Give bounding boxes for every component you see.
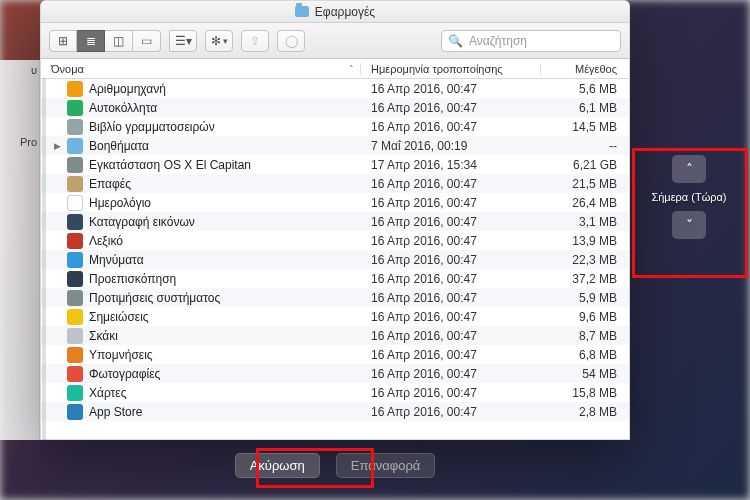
file-size: 5,6 MB — [541, 82, 629, 96]
file-size: 22,3 MB — [541, 253, 629, 267]
arrange-icon: ☰▾ — [175, 34, 192, 48]
file-name: Αριθμομηχανή — [89, 82, 166, 96]
table-row[interactable]: Λεξικό16 Απρ 2016, 00:4713,9 MB — [41, 231, 629, 250]
column-header-modified[interactable]: Ημερομηνία τροποποίησης — [361, 63, 541, 75]
table-row[interactable]: Επαφές16 Απρ 2016, 00:4721,5 MB — [41, 174, 629, 193]
app-icon — [67, 157, 83, 173]
file-name: Εγκατάσταση OS X El Capitan — [89, 158, 251, 172]
column-header-size[interactable]: Μέγεθος — [541, 63, 629, 75]
share-icon: ⇪ — [250, 34, 260, 48]
file-size: 6,1 MB — [541, 101, 629, 115]
scrollbar[interactable] — [42, 78, 46, 440]
app-icon — [67, 100, 83, 116]
file-modified: 16 Απρ 2016, 00:47 — [361, 386, 541, 400]
list-icon: ≣ — [86, 34, 96, 48]
file-modified: 16 Απρ 2016, 00:47 — [361, 405, 541, 419]
view-icon-button[interactable]: ⊞ — [49, 30, 77, 52]
table-row[interactable]: Μηνύματα16 Απρ 2016, 00:4722,3 MB — [41, 250, 629, 269]
table-row[interactable]: Αριθμομηχανή16 Απρ 2016, 00:475,6 MB — [41, 79, 629, 98]
window-title: Εφαρμογές — [315, 5, 375, 19]
app-icon — [67, 404, 83, 420]
window-titlebar[interactable]: Εφαρμογές — [41, 1, 629, 23]
column-header-modified-label: Ημερομηνία τροποποίησης — [371, 63, 503, 75]
app-icon — [67, 290, 83, 306]
sidebar-peek-text: υ — [31, 64, 37, 76]
file-size: 8,7 MB — [541, 329, 629, 343]
table-row[interactable]: Αυτοκόλλητα16 Απρ 2016, 00:476,1 MB — [41, 98, 629, 117]
sort-ascending-icon: ˄ — [349, 64, 354, 74]
app-icon — [67, 328, 83, 344]
file-name: Υπομνήσεις — [89, 348, 153, 362]
file-name: Χάρτες — [89, 386, 126, 400]
file-name: Βιβλίο γραμματοσειρών — [89, 120, 215, 134]
file-size: 37,2 MB — [541, 272, 629, 286]
chevron-up-icon: ˄ — [686, 161, 693, 177]
app-icon — [67, 176, 83, 192]
table-row[interactable]: Προεπισκόπηση16 Απρ 2016, 00:4737,2 MB — [41, 269, 629, 288]
column-header-name[interactable]: Όνομα ˄ — [41, 63, 361, 75]
bottom-bar: Ακύρωση Επαναφορά — [40, 440, 630, 490]
view-mode-group: ⊞ ≣ ◫ ▭ — [49, 30, 161, 52]
file-name: Μηνύματα — [89, 253, 144, 267]
table-row[interactable]: App Store16 Απρ 2016, 00:472,8 MB — [41, 402, 629, 421]
table-row[interactable]: Σκάκι16 Απρ 2016, 00:478,7 MB — [41, 326, 629, 345]
table-row[interactable]: Υπομνήσεις16 Απρ 2016, 00:476,8 MB — [41, 345, 629, 364]
view-columns-button[interactable]: ◫ — [105, 30, 133, 52]
search-input[interactable]: 🔍 Αναζήτηση — [441, 30, 621, 52]
restore-button[interactable]: Επαναφορά — [336, 453, 436, 478]
arrange-button[interactable]: ☰▾ — [169, 30, 197, 52]
cancel-button[interactable]: Ακύρωση — [235, 453, 320, 478]
file-modified: 16 Απρ 2016, 00:47 — [361, 196, 541, 210]
file-name: Προεπισκόπηση — [89, 272, 176, 286]
file-modified: 16 Απρ 2016, 00:47 — [361, 234, 541, 248]
file-modified: 16 Απρ 2016, 00:47 — [361, 329, 541, 343]
file-name: Επαφές — [89, 177, 131, 191]
file-name: Αυτοκόλλητα — [89, 101, 157, 115]
file-modified: 16 Απρ 2016, 00:47 — [361, 82, 541, 96]
file-modified: 16 Απρ 2016, 00:47 — [361, 101, 541, 115]
tags-button[interactable]: ◯ — [277, 30, 305, 52]
table-row[interactable]: Ημερολόγιο16 Απρ 2016, 00:4726,4 MB — [41, 193, 629, 212]
view-list-button[interactable]: ≣ — [77, 30, 105, 52]
cancel-button-label: Ακύρωση — [250, 458, 305, 473]
table-row[interactable]: Προτιμήσεις συστήματος16 Απρ 2016, 00:47… — [41, 288, 629, 307]
timeline-label: Σήμερα (Τώρα) — [651, 191, 726, 203]
table-row[interactable]: Σημειώσεις16 Απρ 2016, 00:479,6 MB — [41, 307, 629, 326]
timeline-up-button[interactable]: ˄ — [672, 155, 706, 183]
table-row[interactable]: Χάρτες16 Απρ 2016, 00:4715,8 MB — [41, 383, 629, 402]
file-size: 2,8 MB — [541, 405, 629, 419]
file-size: 13,9 MB — [541, 234, 629, 248]
disclosure-triangle-icon[interactable]: ▶ — [53, 141, 61, 151]
timeline-down-button[interactable]: ˅ — [672, 211, 706, 239]
table-row[interactable]: ▶Βοηθήματα7 Μαΐ 2016, 00:19-- — [41, 136, 629, 155]
file-name: Καταγραφή εικόνων — [89, 215, 195, 229]
file-modified: 16 Απρ 2016, 00:47 — [361, 310, 541, 324]
table-row[interactable]: Εγκατάσταση OS X El Capitan17 Απρ 2016, … — [41, 155, 629, 174]
restore-button-label: Επαναφορά — [351, 458, 421, 473]
file-modified: 16 Απρ 2016, 00:47 — [361, 120, 541, 134]
file-modified: 17 Απρ 2016, 15:34 — [361, 158, 541, 172]
column-header-name-label: Όνομα — [51, 63, 84, 75]
app-icon — [67, 252, 83, 268]
table-row[interactable]: Φωτογραφίες16 Απρ 2016, 00:4754 MB — [41, 364, 629, 383]
folder-icon — [295, 6, 309, 17]
chevron-down-icon: ▾ — [223, 36, 228, 46]
view-coverflow-button[interactable]: ▭ — [133, 30, 161, 52]
table-row[interactable]: Βιβλίο γραμματοσειρών16 Απρ 2016, 00:471… — [41, 117, 629, 136]
app-icon — [67, 366, 83, 382]
app-icon — [67, 347, 83, 363]
search-icon: 🔍 — [448, 34, 463, 48]
file-name: Προτιμήσεις συστήματος — [89, 291, 220, 305]
table-row[interactable]: Καταγραφή εικόνων16 Απρ 2016, 00:473,1 M… — [41, 212, 629, 231]
app-icon — [67, 271, 83, 287]
grid-icon: ⊞ — [58, 34, 68, 48]
file-list[interactable]: Αριθμομηχανή16 Απρ 2016, 00:475,6 MBΑυτο… — [41, 79, 629, 439]
app-icon — [67, 195, 83, 211]
app-icon — [67, 309, 83, 325]
file-modified: 7 Μαΐ 2016, 00:19 — [361, 139, 541, 153]
share-button[interactable]: ⇪ — [241, 30, 269, 52]
finder-window: Εφαρμογές ⊞ ≣ ◫ ▭ ☰▾ ✻▾ ⇪ ◯ 🔍 Αναζήτηση … — [40, 0, 630, 440]
action-button[interactable]: ✻▾ — [205, 30, 233, 52]
file-size: 5,9 MB — [541, 291, 629, 305]
file-size: 3,1 MB — [541, 215, 629, 229]
